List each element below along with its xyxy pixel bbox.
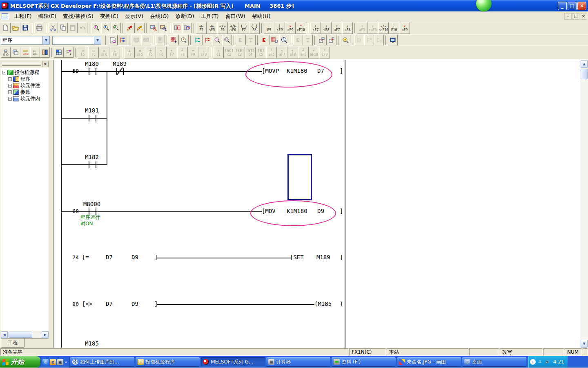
sampling-trace-icon[interactable] <box>203 35 212 45</box>
menu-window[interactable]: 窗口(W) <box>222 11 249 21</box>
panel-splitter[interactable] <box>49 60 53 348</box>
tray-network-icon[interactable]: 🖧 <box>537 359 543 365</box>
tree-sort-icon[interactable] <box>64 47 74 58</box>
taskbar-clock[interactable]: 4:21 <box>553 359 564 365</box>
task-button-melsoft[interactable]: MELSOFT系列 G... <box>201 357 265 366</box>
edit-cursor-box[interactable] <box>287 154 312 200</box>
find-string-icon[interactable] <box>111 22 121 33</box>
new-project-icon[interactable] <box>1 22 11 33</box>
tree-item-device-comment[interactable]: + 软元件注 <box>2 82 48 89</box>
menu-help[interactable]: 帮助(H) <box>249 11 274 21</box>
data-type-combobox[interactable]: 程序▼ <box>1 36 50 45</box>
monitor-zoom-2-icon[interactable] <box>158 22 168 33</box>
jump-window-2-icon[interactable] <box>327 35 336 45</box>
child-close-button[interactable]: × <box>580 13 587 20</box>
ladder-logic-test-icon[interactable] <box>118 35 127 45</box>
find-contact-icon[interactable] <box>222 35 232 45</box>
comment-display-icon[interactable] <box>108 35 118 45</box>
ladder-open-contact-button[interactable]: ⊣⊢F5 <box>196 22 207 34</box>
menu-convert[interactable]: 变换(C) <box>97 11 122 21</box>
child-restore-button[interactable]: □ <box>572 13 579 20</box>
ladder-invert-button[interactable]: -/-caF10 <box>378 22 389 34</box>
quick-launch-ie-icon[interactable]: e <box>50 359 56 365</box>
save-project-icon[interactable] <box>20 22 30 33</box>
menu-diagnostics[interactable]: 诊断(D) <box>172 11 197 21</box>
copy-icon[interactable] <box>58 22 68 33</box>
quick-launch-messenger-icon[interactable]: ✆ <box>42 359 49 365</box>
ladder-falling-pulse-button[interactable]: ↓sF8 <box>321 22 332 34</box>
remote-monitor-icon[interactable] <box>388 35 398 45</box>
ladder-parallel-rising-pulse-button[interactable]: ⇑aF7 <box>332 22 342 34</box>
menu-project[interactable]: 工程(F) <box>11 11 35 21</box>
ladder-editor[interactable]: 59 M180 M189 [MOVP K1M180 D7 ] M181 M182… <box>53 60 580 348</box>
pc-write-icon[interactable] <box>182 22 192 33</box>
scroll-thumb[interactable] <box>581 69 588 79</box>
ladder-instruction-button[interactable]: { }F8 <box>249 22 260 34</box>
tree-horizontal-scrollbar[interactable]: ◀ ▶ <box>1 331 49 338</box>
ladder-parallel-falling-pulse-button[interactable]: ⇓aF8 <box>342 22 353 34</box>
menu-tools[interactable]: 工具(T) <box>198 11 222 21</box>
monitor-zoom-icon[interactable] <box>149 22 158 33</box>
enter-comment-icon[interactable] <box>125 22 135 33</box>
ladder-line-draw-button[interactable]: ⌐F10 <box>389 22 399 34</box>
data-name-combobox[interactable]: ▼ <box>52 36 101 45</box>
scroll-thumb[interactable] <box>9 332 32 338</box>
partial-run-icon[interactable] <box>260 35 270 45</box>
project-tree[interactable]: − 投包机源程 + 程序 + 软元件注 + 参数 <box>1 68 49 331</box>
ladder-hline-button[interactable]: ─F9 <box>264 22 274 34</box>
expand-icon[interactable]: + <box>8 97 12 101</box>
quick-launch-desktop-icon[interactable]: ▣ <box>57 359 63 365</box>
step-s1s9-icon[interactable]: S1S9↓ <box>30 47 40 58</box>
entry-monitor-icon[interactable] <box>179 35 189 45</box>
ladder-parallel-closed-contact-button[interactable]: ⊣/⊢sF6 <box>228 22 238 34</box>
device-batch-icon[interactable] <box>169 35 179 45</box>
scroll-up-icon[interactable]: ▲ <box>581 60 588 68</box>
tree-item-parameter[interactable]: + 参数 <box>2 89 48 95</box>
tree-root-item[interactable]: − 投包机源程 <box>2 69 48 76</box>
panel-drag-grip[interactable] <box>2 63 41 66</box>
panel-close-icon[interactable]: × <box>42 61 49 67</box>
macro-icon[interactable] <box>1 47 11 58</box>
ladder-split-icon[interactable] <box>40 47 50 58</box>
child-minimize-button[interactable]: – <box>564 13 572 20</box>
cut-icon[interactable] <box>48 22 58 33</box>
tray-volume-icon[interactable]: 🔊 <box>545 359 550 365</box>
restore-button[interactable]: □ <box>568 2 577 10</box>
ladder-coil-button[interactable]: ( )F7 <box>238 22 249 34</box>
open-project-icon[interactable] <box>11 22 20 33</box>
find-device-icon[interactable] <box>91 22 101 33</box>
menu-find-replace[interactable]: 查找/替换(S) <box>60 11 97 21</box>
menu-online[interactable]: 在线(O) <box>147 11 172 21</box>
scroll-left-icon[interactable]: ◀ <box>1 331 8 338</box>
ladder-delete-hline-button[interactable]: ×cF9 <box>285 22 296 34</box>
quick-launch-expand-icon[interactable]: » <box>65 359 67 365</box>
find-instruction-icon[interactable] <box>101 22 111 33</box>
grid-edit-icon[interactable] <box>54 47 64 58</box>
expand-icon[interactable]: + <box>8 90 12 94</box>
ladder-tree-icon[interactable] <box>193 35 203 45</box>
menu-view[interactable]: 显示(V) <box>122 11 147 21</box>
start-button[interactable]: 开始 <box>0 356 40 368</box>
enter-statement-icon[interactable] <box>135 22 145 33</box>
vertical-scrollbar[interactable]: ▲ ▼ <box>580 60 588 348</box>
program-fix-icon[interactable] <box>270 35 279 45</box>
task-button-drive[interactable]: ▬ 资料 (F:) <box>332 357 396 366</box>
expand-icon[interactable]: + <box>8 84 12 88</box>
find-yellow-icon[interactable] <box>341 35 350 45</box>
close-button[interactable]: × <box>577 2 586 10</box>
tray-collapse-icon[interactable]: ‹ <box>530 359 536 365</box>
windows-cascade-icon[interactable] <box>11 47 20 58</box>
tree-item-device-memory[interactable]: + 软元件内 <box>2 95 48 102</box>
scroll-down-icon[interactable]: ▼ <box>581 340 588 348</box>
menu-edit[interactable]: 编辑(E) <box>35 11 60 21</box>
minimize-button[interactable]: _ <box>558 2 567 10</box>
task-button-calculator[interactable]: ▦ 计算器 <box>266 357 330 366</box>
ladder-delete-vline-button[interactable]: *cF10 <box>296 22 306 34</box>
ladder-line-erase-button[interactable]: ×aF9 <box>399 22 410 34</box>
find-device-2-icon[interactable] <box>212 35 222 45</box>
scroll-right-icon[interactable]: ▶ <box>42 331 49 338</box>
collapse-icon[interactable]: − <box>2 71 6 74</box>
ladder-rising-pulse-button[interactable]: ↑sF7 <box>310 22 321 34</box>
tab-project[interactable]: 工程 <box>1 339 24 348</box>
ladder-vline-button[interactable]: │sF9 <box>274 22 285 34</box>
